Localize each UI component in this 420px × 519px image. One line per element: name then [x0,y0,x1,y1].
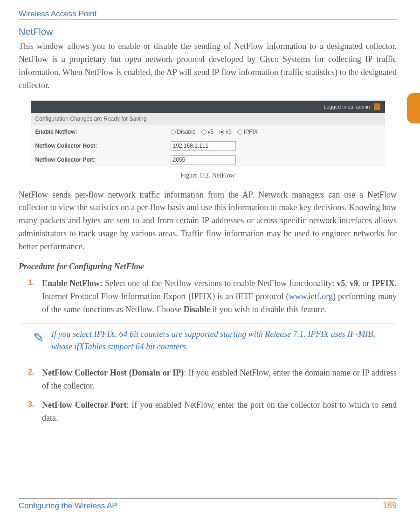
enable-netflow-row: Enable Netflow: Disable v5 v9 IPFIX [31,125,385,139]
step-3-text: NetFlow Collector Port: If you enabled N… [42,399,397,425]
footer: Configuring the Wireless AP 189 [19,498,397,511]
step-2-text: NetFlow Collector Host (Domain or IP): I… [42,367,397,393]
footer-section-title: Configuring the Wireless AP [19,501,117,511]
procedure-heading: Procedure for Configuring NetFlow [19,262,397,272]
running-header: Wireless Access Point [19,9,397,19]
enable-netflow-options: Disable v5 v9 IPFIX [171,129,385,135]
logout-icon [374,103,380,110]
collector-host-row: Netflow Collector Host: [31,139,385,153]
section-heading-netflow: NetFlow [19,27,397,37]
collector-host-input[interactable] [171,141,236,150]
step-2: 2. NetFlow Collector Host (Domain or IP)… [19,367,397,393]
radio-disable[interactable]: Disable [171,129,196,135]
netflow-config-screenshot: Logged in as: admin Configuration Change… [31,101,385,167]
step-1-number: 1. [19,277,42,316]
intro-paragraph-1: This window allows you to enable or disa… [19,40,397,92]
collector-port-input[interactable] [171,155,236,164]
intro-paragraph-2: NetFlow sends per-flow network traffic i… [19,189,397,253]
procedure-steps: 1. Enable NetFlow: Select one of the Net… [19,277,397,316]
note-icon: ✎ [19,328,51,345]
step-3: 3. NetFlow Collector Port: If you enable… [19,399,397,425]
header-rule [19,20,397,20]
figure-caption: Figure 112. NetFlow [19,172,397,179]
radio-v5[interactable]: v5 [201,129,214,135]
enable-netflow-label: Enable Netflow: [31,129,171,135]
side-tab-marker [407,93,420,123]
page-number: 189 [383,501,397,511]
config-pending-notice: Configuration Changes are Ready for Savi… [31,113,385,125]
radio-ipfix[interactable]: IPFIX [237,129,258,135]
step-1: 1. Enable NetFlow: Select one of the Net… [19,277,397,316]
radio-v9[interactable]: v9 [219,129,232,135]
collector-port-row: Netflow Collector Port: [31,153,385,167]
ietf-link[interactable]: www.ietf.org [289,292,332,301]
note-text: If you select IPFIX, 64 bit counters are… [51,328,397,353]
note-callout: ✎ If you select IPFIX, 64 bit counters a… [19,323,397,358]
collector-port-label: Netflow Collector Port: [31,157,171,163]
footer-rule [19,498,397,499]
procedure-steps-cont: 2. NetFlow Collector Host (Domain or IP)… [19,367,397,425]
step-2-number: 2. [19,367,42,393]
screenshot-topbar: Logged in as: admin [31,101,385,113]
logged-in-label: Logged in as: admin [324,104,370,109]
step-3-number: 3. [19,399,42,425]
collector-host-label: Netflow Collector Host: [31,143,171,149]
step-1-text: Enable NetFlow: Select one of the Netflo… [42,277,397,316]
